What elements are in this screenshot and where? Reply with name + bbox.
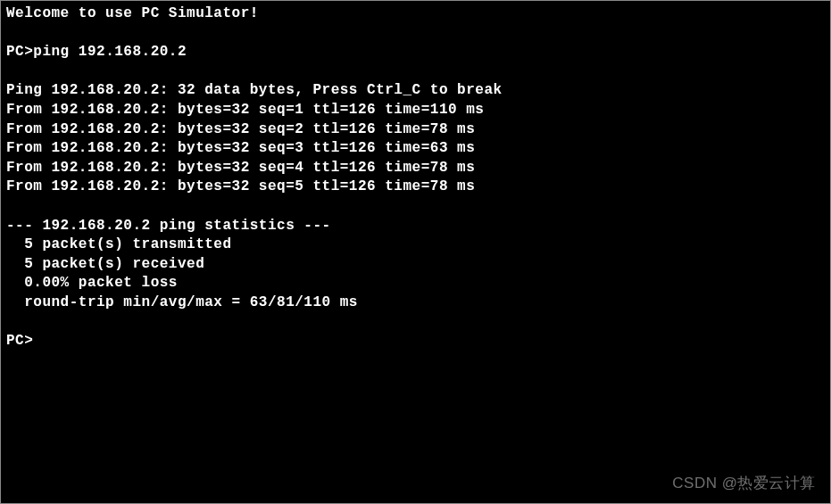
blank-line [6, 197, 825, 217]
ping-reply: From 192.168.20.2: bytes=32 seq=4 ttl=12… [6, 159, 825, 178]
blank-line [6, 62, 825, 82]
command-line[interactable]: PC>ping 192.168.20.2 [6, 43, 825, 62]
prompt: PC> [6, 44, 33, 60]
stats-line: 5 packet(s) received [6, 255, 825, 275]
ping-header: Ping 192.168.20.2: 32 data bytes, Press … [6, 81, 825, 101]
command-input[interactable]: ping 192.168.20.2 [33, 44, 187, 60]
ping-reply: From 192.168.20.2: bytes=32 seq=3 ttl=12… [6, 139, 825, 159]
welcome-line: Welcome to use PC Simulator! [6, 4, 825, 24]
blank-line [6, 24, 825, 44]
stats-line: round-trip min/avg/max = 63/81/110 ms [6, 293, 825, 313]
stats-header: --- 192.168.20.2 ping statistics --- [6, 217, 825, 236]
ping-reply: From 192.168.20.2: bytes=32 seq=5 ttl=12… [6, 178, 825, 197]
ping-reply: From 192.168.20.2: bytes=32 seq=2 ttl=12… [6, 120, 825, 140]
watermark: CSDN @热爱云计算 [672, 474, 816, 494]
ping-reply: From 192.168.20.2: bytes=32 seq=1 ttl=12… [6, 101, 825, 120]
blank-line [6, 313, 825, 333]
stats-line: 5 packet(s) transmitted [6, 235, 825, 255]
stats-line: 0.00% packet loss [6, 274, 825, 293]
final-prompt[interactable]: PC> [6, 332, 825, 351]
